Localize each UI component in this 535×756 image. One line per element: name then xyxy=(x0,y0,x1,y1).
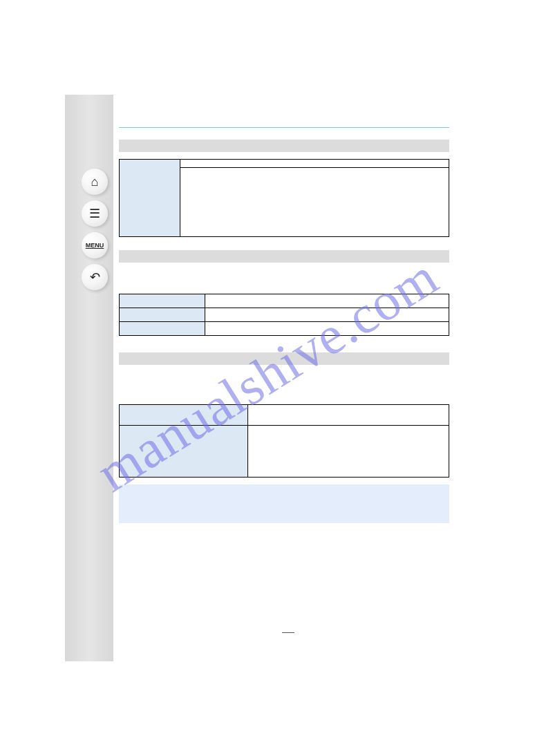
table-2-cell xyxy=(205,308,449,322)
table-3-cell xyxy=(248,405,449,426)
note-block xyxy=(119,484,449,523)
nav-button-group: ⌂ ☰ MENU ↶ xyxy=(82,169,111,290)
back-icon: ↶ xyxy=(90,270,100,285)
page-number-tick xyxy=(282,632,294,633)
table-3-header-cell xyxy=(120,426,248,478)
table-1 xyxy=(119,159,449,237)
menu-label: MENU xyxy=(86,242,104,249)
section-header-1 xyxy=(119,140,449,152)
table-3 xyxy=(119,404,449,478)
table-2-header-cell xyxy=(120,294,205,308)
back-button[interactable]: ↶ xyxy=(82,264,108,290)
table-2-header-cell xyxy=(120,308,205,322)
section-header-3 xyxy=(119,352,449,365)
menu-button[interactable]: MENU xyxy=(82,232,108,258)
section-header-2 xyxy=(119,250,449,263)
header-rule xyxy=(119,127,449,128)
table-2-cell xyxy=(205,322,449,336)
table-3-cell xyxy=(248,426,449,478)
list-icon: ☰ xyxy=(89,206,100,221)
list-button[interactable]: ☰ xyxy=(82,200,108,227)
table-1-cell xyxy=(180,168,449,237)
table-2-header-cell xyxy=(120,322,205,336)
table-3-header-cell xyxy=(120,405,248,426)
home-button[interactable]: ⌂ xyxy=(82,169,108,195)
table-1-header-cell xyxy=(120,160,180,237)
table-1-cell xyxy=(180,160,449,168)
table-2 xyxy=(119,294,449,336)
home-icon: ⌂ xyxy=(91,175,99,189)
table-2-cell xyxy=(205,294,449,308)
